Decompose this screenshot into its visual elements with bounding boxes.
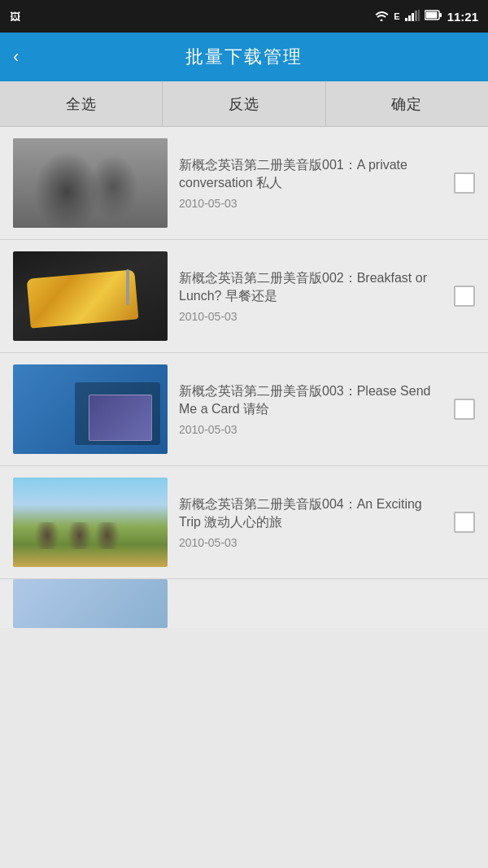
item-info-001: 新概念英语第二册美音版001：A private conversation 私人… [179,156,442,211]
e-indicator: E [394,11,399,21]
item-checkbox-002[interactable] [454,286,475,307]
svg-rect-7 [439,13,442,17]
item-checkbox-001[interactable] [454,172,475,194]
item-date-002: 2010-05-03 [179,310,442,323]
status-bar-left: 🖼 [10,11,20,23]
signal-icon [405,10,420,24]
time: 11:21 [447,10,478,24]
item-info-003: 新概念英语第二册美音版003：Please Send Me a Card 请给 … [179,382,442,437]
list-item[interactable]: 新概念英语第二册美音版003：Please Send Me a Card 请给 … [0,353,488,466]
item-title-004: 新概念英语第二册美音版004：An Exciting Trip 激动人心的旅 [179,495,442,532]
svg-rect-2 [412,13,414,21]
toolbar: 全选 反选 确定 [0,81,488,127]
item-date-004: 2010-05-03 [179,536,442,549]
thumbnail-003 [13,364,168,454]
photo-icon: 🖼 [10,11,20,23]
header: ‹ 批量下载管理 [0,33,488,81]
status-bar: 🖼 E 11:21 [0,0,488,33]
list-item-partial [0,579,488,628]
svg-rect-1 [408,15,411,21]
list-item[interactable]: 新概念英语第二册美音版001：A private conversation 私人… [0,127,488,240]
back-button[interactable]: ‹ [13,46,19,68]
invert-select-button[interactable]: 反选 [163,81,325,126]
svg-rect-3 [415,11,417,21]
item-checkbox-004[interactable] [454,512,475,533]
item-info-004: 新概念英语第二册美音版004：An Exciting Trip 激动人心的旅 2… [179,495,442,550]
status-bar-right: E 11:21 [374,10,478,24]
svg-rect-0 [405,18,407,21]
list-item[interactable]: 新概念英语第二册美音版002：Breakfast or Lunch? 早餐还是 … [0,240,488,353]
thumbnail-001 [13,138,168,228]
svg-rect-6 [425,12,437,19]
item-checkbox-003[interactable] [454,399,475,420]
page-title: 批量下载管理 [185,45,303,69]
thumbnail-partial [13,579,168,628]
select-all-button[interactable]: 全选 [0,81,163,126]
list-item[interactable]: 新概念英语第二册美音版004：An Exciting Trip 激动人心的旅 2… [0,466,488,579]
wifi-icon [374,10,389,24]
thumbnail-002 [13,251,168,341]
content-list: 新概念英语第二册美音版001：A private conversation 私人… [0,127,488,628]
item-info-002: 新概念英语第二册美音版002：Breakfast or Lunch? 早餐还是 … [179,269,442,324]
battery-icon [425,10,442,23]
thumbnail-004 [13,478,168,567]
item-date-001: 2010-05-03 [179,197,442,210]
item-title-002: 新概念英语第二册美音版002：Breakfast or Lunch? 早餐还是 [179,269,442,306]
item-title-001: 新概念英语第二册美音版001：A private conversation 私人 [179,156,442,193]
confirm-button[interactable]: 确定 [326,81,488,126]
item-title-003: 新概念英语第二册美音版003：Please Send Me a Card 请给 [179,382,442,419]
item-date-003: 2010-05-03 [179,423,442,436]
svg-rect-4 [418,10,420,21]
